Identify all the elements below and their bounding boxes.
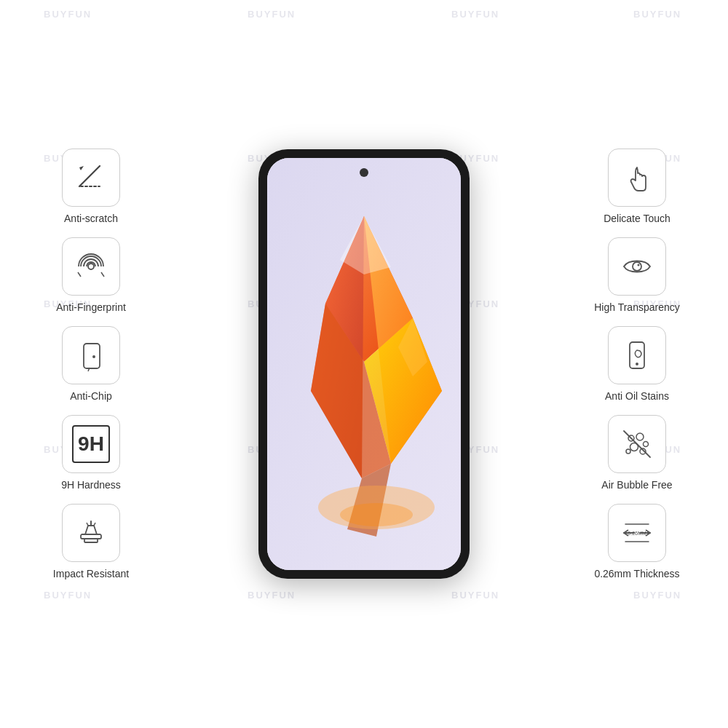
phone-wallpaper (267, 158, 461, 570)
fingerprint-icon (72, 248, 110, 285)
9h-hardness-icon-box: 9H (62, 415, 120, 473)
thickness-icon: 0.26MM (618, 514, 656, 552)
impact-icon (72, 514, 110, 552)
svg-marker-2 (79, 166, 84, 170)
delicate-touch-icon-box (608, 149, 666, 207)
air-bubble-free-label: Air Bubble Free (601, 479, 672, 491)
svg-point-28 (636, 363, 638, 365)
impact-resistant-label: Impact Resistant (53, 568, 129, 579)
eye-icon (618, 248, 656, 285)
phone-camera (360, 168, 368, 177)
anti-fingerprint-label: Anti-Fingerprint (56, 301, 126, 313)
svg-point-3 (88, 264, 94, 269)
feature-thickness: 0.26MM 0.26mm Thickness (568, 504, 706, 579)
anti-oil-stains-label: Anti Oil Stains (605, 390, 669, 402)
scratch-icon (72, 159, 110, 197)
svg-point-26 (638, 264, 640, 266)
feature-anti-scratch: Anti-scratch (22, 149, 160, 224)
feature-anti-chip: Anti-Chip (22, 326, 160, 402)
9h-text-icon: 9H (72, 425, 110, 463)
impact-resistant-icon-box (62, 504, 120, 562)
anti-chip-label: Anti-Chip (70, 390, 112, 402)
touch-icon (618, 159, 656, 197)
svg-point-8 (92, 355, 95, 358)
svg-text:0.26MM: 0.26MM (628, 531, 646, 536)
chip-icon (72, 336, 110, 374)
anti-scratch-label: Anti-scratch (64, 213, 118, 224)
feature-air-bubble-free: Air Bubble Free (568, 415, 706, 491)
anti-fingerprint-icon-box (62, 237, 120, 296)
phone-device (258, 149, 470, 579)
svg-point-31 (644, 442, 649, 447)
left-feature-column: Anti-scratch Anti-Fingerprint (22, 149, 160, 579)
svg-point-34 (626, 449, 630, 454)
phone-drop-icon (618, 336, 656, 374)
svg-line-4 (78, 272, 81, 277)
high-transparency-icon-box (608, 237, 666, 296)
feature-anti-fingerprint: Anti-Fingerprint (22, 237, 160, 313)
high-transparency-label: High Transparency (594, 301, 680, 313)
feature-anti-oil-stains: Anti Oil Stains (568, 326, 706, 402)
thickness-label: 0.26mm Thickness (594, 568, 679, 579)
right-feature-column: Delicate Touch High Transparency (568, 149, 706, 579)
main-container: Anti-scratch Anti-Fingerprint (0, 0, 728, 728)
anti-scratch-icon-box (62, 149, 120, 207)
feature-impact-resistant: Impact Resistant (22, 504, 160, 579)
svg-rect-6 (84, 344, 100, 368)
delicate-touch-label: Delicate Touch (604, 213, 670, 224)
9h-hardness-label: 9H Hardness (61, 479, 121, 491)
anti-oil-stains-icon-box (608, 326, 666, 384)
phone-screen (267, 158, 461, 570)
svg-point-24 (340, 503, 413, 526)
feature-high-transparency: High Transparency (568, 237, 706, 313)
thickness-icon-box: 0.26MM (608, 504, 666, 562)
feature-9h-hardness: 9H 9H Hardness (22, 415, 160, 491)
svg-line-12 (87, 523, 88, 526)
svg-rect-10 (84, 539, 98, 542)
phone-container (160, 149, 568, 579)
svg-point-30 (636, 433, 644, 440)
svg-line-0 (79, 166, 100, 186)
svg-point-25 (633, 262, 641, 271)
svg-rect-9 (81, 534, 101, 539)
air-bubble-free-icon-box (608, 415, 666, 473)
svg-line-5 (101, 272, 104, 277)
bubbles-icon (618, 425, 656, 463)
feature-delicate-touch: Delicate Touch (568, 149, 706, 224)
anti-chip-icon-box (62, 326, 120, 384)
svg-line-13 (94, 523, 95, 526)
